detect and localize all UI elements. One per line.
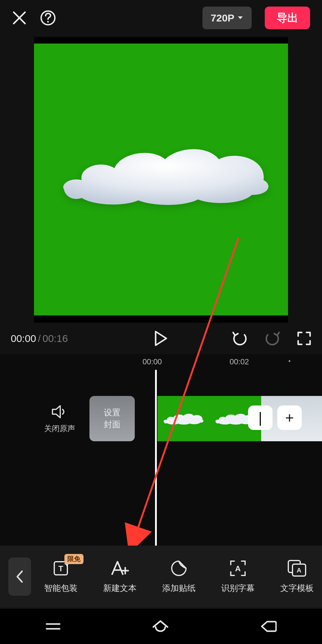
undo-button[interactable] (231, 331, 248, 346)
tool-label: 识别字幕 (221, 583, 255, 594)
resolution-label: 720P (211, 12, 234, 24)
add-clip-button[interactable]: + (277, 405, 302, 430)
tool-text-template[interactable]: A 文字模板 (280, 559, 314, 594)
tool-label: 新建文本 (103, 583, 137, 594)
back-button[interactable] (8, 558, 31, 596)
video-preview[interactable] (34, 37, 288, 323)
set-cover-button[interactable]: 设置 封面 (89, 396, 135, 441)
tool-smart-package[interactable]: 限免 T 智能包装 (44, 559, 78, 594)
time-display: 00:00/00:16 (11, 333, 68, 344)
svg-text:A: A (235, 564, 241, 573)
template-stack-icon: A (287, 559, 307, 577)
ruler-mark: 00:02 (230, 357, 249, 366)
export-button[interactable]: 导出 (265, 7, 310, 29)
close-icon[interactable] (12, 10, 27, 25)
cover-label-2: 封面 (104, 419, 120, 431)
tool-recognize-subtitle[interactable]: A 识别字幕 (221, 559, 255, 594)
cover-label-1: 设置 (104, 407, 120, 419)
tool-new-text[interactable]: 新建文本 (103, 559, 137, 594)
export-label: 导出 (277, 11, 298, 25)
video-track[interactable]: | + (157, 396, 322, 441)
help-icon[interactable] (40, 10, 56, 26)
playhead[interactable] (155, 370, 157, 572)
tool-label: 文字模板 (280, 583, 314, 594)
tool-add-sticker[interactable]: 添加贴纸 (162, 559, 196, 594)
fullscreen-button[interactable] (297, 331, 311, 346)
svg-text:A: A (297, 566, 301, 574)
play-button[interactable] (154, 330, 168, 346)
transition-button[interactable]: | (248, 405, 273, 430)
tool-label: 添加贴纸 (162, 583, 196, 594)
mute-label: 关闭原声 (44, 423, 75, 434)
free-badge: 限免 (64, 554, 83, 564)
sticker-icon (170, 559, 188, 577)
scan-text-icon: A (229, 559, 247, 577)
system-navbar (0, 609, 322, 644)
system-back-button[interactable] (260, 620, 277, 633)
svg-point-1 (47, 21, 49, 23)
cloud-thumb (162, 409, 204, 428)
cloud-graphic (58, 135, 273, 213)
clip-snow[interactable]: | + (261, 396, 322, 441)
svg-text:T: T (58, 564, 63, 573)
clip-green[interactable] (157, 396, 261, 441)
bottom-toolbar: 限免 T 智能包装 新建文本 添加贴纸 A 识别字幕 A 文字模板 (0, 546, 322, 608)
timeline-ruler[interactable]: 00:00 00:02 (0, 354, 322, 370)
redo-button[interactable] (264, 331, 281, 346)
text-add-icon (110, 559, 129, 577)
resolution-dropdown[interactable]: 720P (202, 7, 252, 29)
time-current: 00:00 (11, 333, 36, 344)
chevron-down-icon (237, 16, 243, 20)
chevron-left-icon (16, 570, 24, 583)
home-button[interactable] (151, 619, 169, 634)
tool-label: 智能包装 (44, 583, 78, 594)
recent-apps-button[interactable] (45, 620, 61, 632)
ruler-mark: 00:00 (143, 357, 162, 366)
time-duration: 00:16 (43, 333, 68, 344)
ruler-dot (289, 360, 290, 362)
speaker-icon[interactable] (44, 404, 75, 419)
